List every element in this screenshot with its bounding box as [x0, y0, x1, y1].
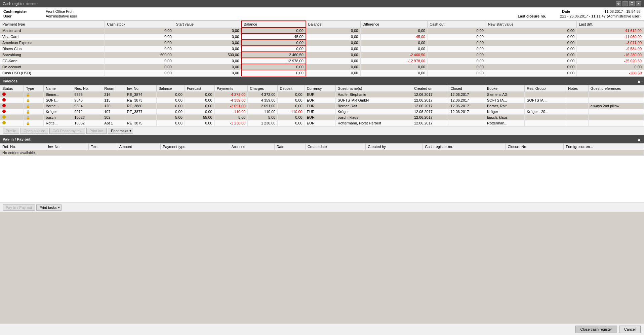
cell-guestnames: busch, klaus: [335, 115, 412, 120]
cell-cash-stock: 0,00: [105, 70, 174, 76]
cell-invno: RE_3875: [125, 120, 156, 126]
pio-col-cashregno: Cash register no.: [423, 144, 506, 150]
cell-room: 115: [102, 98, 125, 103]
col-cash-stock: Cash stock: [105, 21, 174, 28]
cell-cash-out: 0,00: [428, 28, 486, 34]
cell-deposit: 0,00: [278, 103, 305, 109]
print-inv-btn[interactable]: Print inv.: [86, 128, 107, 134]
gear-btn[interactable]: ⚙: [616, 1, 621, 6]
cell-room: 107: [102, 109, 125, 115]
cell-status: [0, 115, 24, 120]
payment-table-row[interactable]: Diners Club 0,00 0,00 0,00 0,00 0,00 0,0…: [0, 46, 644, 52]
invoices-collapse-btn[interactable]: ▲: [637, 78, 641, 84]
close-btn[interactable]: ✕: [636, 1, 641, 6]
cell-cash-stock: 500,00: [105, 52, 174, 58]
payinout-toolbar: Pay-in / Pay-out Print tasks ▼: [0, 203, 644, 212]
inv-col-name: Name: [44, 85, 72, 92]
invoice-toolbar: Profile Open invoice C/O Passerby inv. P…: [0, 126, 644, 135]
open-invoice-btn[interactable]: Open invoice: [21, 128, 48, 134]
invoice-table-row[interactable]: 🔒 SOFT... 9845 115 RE_3873 0,00 0,00 -4 …: [0, 98, 644, 103]
cell-cash-stock: 0,00: [105, 28, 174, 34]
invoice-table-row[interactable]: 🔒 Berne... 9894 120 RE_3880 0,00 0,00 -2…: [0, 103, 644, 109]
cancel-btn[interactable]: Cancel: [619, 326, 641, 333]
title-bar: Cash register closure ⚙ ─ ❐ ✕: [0, 0, 644, 7]
cell-name: Berne...: [44, 103, 72, 109]
cell-resno: 9894: [72, 103, 102, 109]
cell-payments: 5,00: [214, 115, 248, 120]
payment-table-row[interactable]: Visa Card 0,00 0,00 45,00 0,00 -45,00 0,…: [0, 34, 644, 40]
cell-resgroup: SOFTSTA...: [525, 98, 566, 103]
lock-icon: 🔒: [26, 104, 30, 108]
status-dot: [2, 115, 6, 119]
pio-col-invno: Inv. No.: [46, 144, 88, 150]
pio-col-createdate: Create date: [305, 144, 365, 150]
cell-room: 216: [102, 92, 125, 98]
restore-btn[interactable]: ❐: [629, 1, 635, 6]
cell-guestprefs: [588, 98, 644, 103]
payment-table-row[interactable]: Mastercard 0,00 0,00 0,00 0,00 0,00 0,00…: [0, 28, 644, 34]
cell-charges: 1 230,00: [248, 120, 278, 126]
invoice-table-row[interactable]: 🔒 Sieme... 9595 216 RE_3874 0,00 0,00 -4…: [0, 92, 644, 98]
cell-cash-out: 0,00: [428, 40, 486, 46]
payment-table-row[interactable]: Cash USD (USD) 0,00 0,00 0,00 0,00 0,00 …: [0, 70, 644, 76]
cell-charges: 110,00: [248, 109, 278, 115]
pio-col-refno: Ref. No.: [0, 144, 46, 150]
cell-currency: EUR: [305, 92, 335, 98]
payment-table-row[interactable]: On account 0,00 0,00 0,00 0,00 0,00 0,00…: [0, 64, 644, 70]
header-info: Cash register Front Office Fruh User Adm…: [0, 7, 644, 21]
status-dot: [2, 98, 6, 102]
cell-counted: 0,00: [306, 64, 360, 70]
payinout-btn[interactable]: Pay-in / Pay-out: [3, 204, 35, 211]
cell-balance: 0,00: [241, 40, 306, 46]
last-closure-row: Last closure no. 221 - 26.06.2017 - 11:1…: [518, 14, 641, 18]
col-balance: Balance: [241, 21, 306, 28]
cell-balance: 0,00: [241, 64, 306, 70]
payinout-collapse-btn[interactable]: ▲: [637, 137, 641, 142]
cell-closed: 12.06.2017: [448, 109, 485, 115]
cell-new-start-value: 0,00: [486, 46, 576, 52]
user-row: User Administrative user: [3, 14, 77, 18]
payinout-title: Pay-in / Pay-out: [3, 137, 31, 141]
cell-new-start-value: 0,00: [486, 70, 576, 76]
payment-table-row[interactable]: American Express 0,00 0,00 0,00 0,00 0,0…: [0, 40, 644, 46]
status-dot: [2, 92, 6, 96]
dash-btn[interactable]: ─: [622, 1, 628, 6]
pio-col-date: Date: [274, 144, 305, 150]
cell-notes: [566, 98, 589, 103]
date-row: Date 11.08.2017 - 15:54:58: [562, 9, 641, 13]
lock-icon: 🔒: [26, 110, 30, 114]
close-cash-register-btn[interactable]: Close cash register: [575, 326, 617, 333]
invoice-table-row[interactable]: 🔒 Krüger 9972 107 RE_3877 0,00 0,00 -110…: [0, 109, 644, 115]
status-dot: [2, 121, 6, 124]
invoice-table-row[interactable]: 🔒 busch 10028 302 5,00 55,00 5,00 5,00 0…: [0, 115, 644, 120]
col-start-value: Start value: [174, 21, 241, 28]
cell-payments: -2 691,00: [214, 103, 248, 109]
cell-name: SOFT...: [44, 98, 72, 103]
payment-table-row[interactable]: EC-Karte 0,00 0,00 12 978,00 0,00 -12 97…: [0, 58, 644, 64]
last-closure-label: Last closure no.: [518, 14, 558, 18]
payment-table-row[interactable]: Barzahlung 500,00 500,00 2 460,50 0,00 -…: [0, 52, 644, 58]
last-closure-value: 221 - 26.06.2017 - 11:11:47 (Administrat…: [560, 14, 641, 18]
cell-status: [0, 92, 24, 98]
cell-invno: RE_3874: [125, 92, 156, 98]
cell-currency: EUR: [305, 98, 335, 103]
cell-cash-stock: 0,00: [105, 58, 174, 64]
date-value: 11.08.2017 - 15:54:58: [604, 9, 641, 13]
cell-type: 🔒: [24, 109, 44, 115]
cell-charges: 4 372,00: [248, 92, 278, 98]
cell-cash-out: 0,00: [428, 58, 486, 64]
profile-btn[interactable]: Profile: [3, 128, 19, 134]
cell-forecast: 55,00: [185, 115, 214, 120]
cell-closed: 12.06.2017: [448, 92, 485, 98]
invoices-title: Invoices: [3, 79, 17, 83]
cell-room: Apt 1: [102, 120, 125, 126]
cell-cash-out: 0,00: [428, 46, 486, 52]
cell-last-diff: -9 584,00: [577, 46, 644, 52]
payinout-print-tasks-btn[interactable]: Print tasks ▼: [36, 204, 61, 211]
invoice-table-row[interactable]: 🔒 Rotte... 10052 Apt 1 RE_3875 0,00 0,00…: [0, 120, 644, 126]
cell-new-start-value: 0,00: [486, 40, 576, 46]
print-tasks-btn[interactable]: Print tasks ▼: [108, 128, 133, 134]
co-passerby-btn[interactable]: C/O Passerby inv.: [49, 128, 85, 134]
cell-guestnames: Krüger: [335, 109, 412, 115]
cell-resgroup: [525, 92, 566, 98]
